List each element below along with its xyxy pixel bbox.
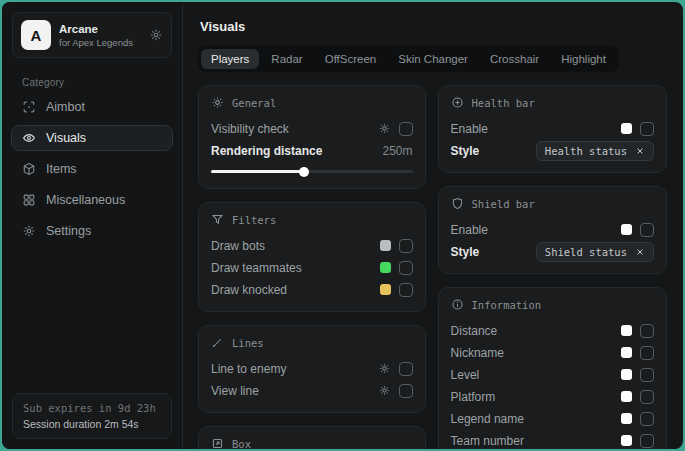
shield-bar-section-header: Shield bar (451, 197, 654, 210)
section-title: Information (472, 299, 542, 311)
subscription-card: Sub expires in 9d 23h Session duration 2… (12, 393, 172, 439)
row-label: Distance (451, 324, 498, 338)
brand-card: A Arcane for Apex Legends (12, 12, 172, 58)
funnel-icon (211, 213, 224, 226)
nickname-row: Nickname (451, 342, 654, 363)
visibility-check-checkbox[interactable] (399, 122, 413, 136)
row-label: Draw knocked (211, 283, 287, 297)
tab-highlight[interactable]: Highlight (551, 49, 616, 69)
color-swatch[interactable] (621, 347, 632, 358)
right-column: Health bar Enable Style Health status (438, 85, 667, 449)
color-swatch[interactable] (621, 123, 632, 134)
health-enable-checkbox[interactable] (640, 122, 654, 136)
row-label: Style (451, 245, 480, 259)
color-swatch[interactable] (621, 325, 632, 336)
tab-players[interactable]: Players (201, 49, 259, 69)
health-enable-row: Enable (451, 118, 654, 139)
sidebar-item-items[interactable]: Items (11, 156, 173, 182)
draw-knocked-checkbox[interactable] (399, 283, 413, 297)
health-bar-section-header: Health bar (451, 96, 654, 109)
health-style-select[interactable]: Health status (536, 141, 654, 161)
row-label: Nickname (451, 346, 504, 360)
draw-teammates-row: Draw teammates (211, 257, 413, 278)
legend-name-checkbox[interactable] (640, 412, 654, 426)
filters-section: Filters Draw bots Draw teammates (198, 202, 426, 312)
sidebar-item-miscellaneous[interactable]: Miscellaneous (11, 187, 173, 213)
information-section: Information Distance Nickname (438, 287, 667, 449)
information-section-header: Information (451, 298, 654, 311)
row-label: View line (211, 384, 259, 398)
sidebar-item-label: Items (46, 162, 77, 176)
lines-section-header: Lines (211, 336, 413, 349)
row-label: Enable (451, 122, 488, 136)
option-gear-icon[interactable] (378, 384, 391, 397)
shield-style-select[interactable]: Shield status (536, 242, 654, 262)
health-style-row: Style Health status (451, 140, 654, 161)
crosshair-icon (22, 100, 36, 114)
distance-checkbox[interactable] (640, 324, 654, 338)
option-gear-icon[interactable] (378, 362, 391, 375)
row-label: Draw bots (211, 239, 265, 253)
level-checkbox[interactable] (640, 368, 654, 382)
row-label: Rendering distance (211, 144, 322, 158)
color-swatch[interactable] (621, 369, 632, 380)
general-section: General Visibility check (198, 85, 426, 189)
slider-fill (211, 170, 304, 173)
draw-teammates-checkbox[interactable] (399, 261, 413, 275)
visuals-tabbar: Players Radar OffScreen Skin Changer Cro… (198, 46, 619, 72)
cube-icon (22, 162, 36, 176)
color-swatch[interactable] (380, 240, 391, 251)
info-icon (451, 298, 464, 311)
section-title: Box (232, 438, 251, 450)
level-row: Level (451, 364, 654, 385)
slider-thumb[interactable] (299, 167, 309, 177)
tab-skin-changer[interactable]: Skin Changer (388, 49, 478, 69)
sidebar-item-settings[interactable]: Settings (11, 218, 173, 244)
shield-enable-checkbox[interactable] (640, 223, 654, 237)
section-title: Health bar (472, 97, 535, 109)
sidebar-nav: Aimbot Visuals Items (2, 94, 182, 244)
sidebar-item-label: Miscellaneous (46, 193, 125, 207)
row-label: Line to enemy (211, 362, 286, 376)
option-gear-icon[interactable] (378, 122, 391, 135)
box-icon (211, 437, 224, 449)
color-swatch[interactable] (621, 391, 632, 402)
eye-icon (22, 131, 36, 145)
team-number-checkbox[interactable] (640, 434, 654, 448)
shield-bar-section: Shield bar Enable Style Shield status (438, 186, 667, 274)
legend-name-row: Legend name (451, 408, 654, 429)
row-label: Level (451, 368, 480, 382)
color-swatch[interactable] (380, 284, 391, 295)
tab-radar[interactable]: Radar (261, 49, 312, 69)
rendering-distance-slider[interactable] (211, 165, 413, 177)
clear-icon[interactable] (635, 247, 645, 257)
section-title: Lines (232, 337, 264, 349)
selected-option: Shield status (545, 246, 627, 258)
sidebar-item-visuals[interactable]: Visuals (11, 125, 173, 151)
section-title: Shield bar (472, 198, 535, 210)
box-section: Box Enable Enable background (198, 426, 426, 449)
diagonal-line-icon (211, 336, 224, 349)
nickname-checkbox[interactable] (640, 346, 654, 360)
selected-option: Health status (545, 145, 627, 157)
settings-gear-icon[interactable] (149, 28, 163, 42)
line-to-enemy-checkbox[interactable] (399, 362, 413, 376)
page-title: Visuals (200, 19, 667, 34)
app-window: A Arcane for Apex Legends Category (0, 0, 685, 451)
draw-bots-checkbox[interactable] (399, 239, 413, 253)
category-label: Category (22, 77, 162, 88)
platform-checkbox[interactable] (640, 390, 654, 404)
color-swatch[interactable] (621, 435, 632, 446)
color-swatch[interactable] (621, 224, 632, 235)
view-line-checkbox[interactable] (399, 384, 413, 398)
health-bar-section: Health bar Enable Style Health status (438, 85, 667, 173)
tab-crosshair[interactable]: Crosshair (480, 49, 549, 69)
distance-row: Distance (451, 320, 654, 341)
tab-offscreen[interactable]: OffScreen (315, 49, 387, 69)
clear-icon[interactable] (635, 146, 645, 156)
color-swatch[interactable] (380, 262, 391, 273)
visibility-check-row: Visibility check (211, 118, 413, 139)
row-label: Enable (451, 223, 488, 237)
sidebar-item-aimbot[interactable]: Aimbot (11, 94, 173, 120)
color-swatch[interactable] (621, 413, 632, 424)
